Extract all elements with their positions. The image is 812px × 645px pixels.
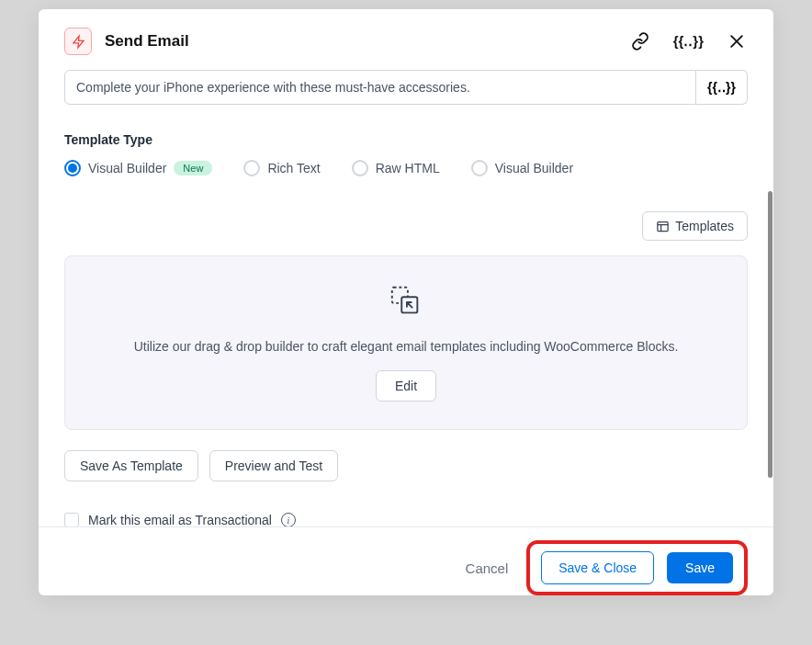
link-icon[interactable] xyxy=(629,30,651,52)
radio-raw-html[interactable]: Raw HTML xyxy=(352,160,440,176)
edit-button[interactable]: Edit xyxy=(376,370,436,402)
templates-row: Templates xyxy=(64,211,748,241)
transactional-checkbox[interactable] xyxy=(64,513,79,526)
radio-circle-icon xyxy=(243,160,260,176)
radio-circle-icon xyxy=(352,160,368,176)
subject-field-wrapper: {{‥}} xyxy=(64,70,748,105)
info-icon[interactable]: i xyxy=(281,513,296,526)
save-buttons-highlight: Save & Close Save xyxy=(526,540,748,595)
save-close-button[interactable]: Save & Close xyxy=(541,551,654,584)
modal-body: {{‥}} Template Type Visual Builder New R… xyxy=(39,70,773,526)
radio-rich-text[interactable]: Rich Text xyxy=(243,160,320,176)
close-icon[interactable] xyxy=(726,30,748,52)
template-type-radios: Visual Builder New Rich Text Raw HTML Vi… xyxy=(64,160,748,176)
subject-input[interactable] xyxy=(64,70,696,105)
save-as-template-button[interactable]: Save As Template xyxy=(64,450,198,481)
save-button[interactable]: Save xyxy=(667,552,733,583)
radio-visual-builder[interactable]: Visual Builder xyxy=(471,160,573,176)
lightning-icon xyxy=(64,28,92,55)
placeholder-icon[interactable]: {{‥}} xyxy=(671,31,705,51)
templates-button[interactable]: Templates xyxy=(642,211,748,241)
preview-test-button[interactable]: Preview and Test xyxy=(209,450,338,481)
editor-description: Utilize our drag & drop builder to craft… xyxy=(134,339,679,354)
insert-placeholder-button[interactable]: {{‥}} xyxy=(696,70,748,105)
transactional-checkbox-row: Mark this email as Transactional i xyxy=(64,513,748,526)
editor-area: Utilize our drag & drop builder to craft… xyxy=(64,255,748,430)
transactional-label: Mark this email as Transactional xyxy=(88,513,272,526)
radio-circle-icon xyxy=(64,160,81,176)
modal-title: Send Email xyxy=(105,32,189,51)
template-type-label: Template Type xyxy=(64,132,748,147)
modal-header: Send Email {{‥}} xyxy=(39,9,773,70)
send-email-modal: Send Email {{‥}} {{‥}} Template Type xyxy=(39,9,773,595)
drag-drop-icon xyxy=(389,284,423,322)
header-actions: {{‥}} xyxy=(629,30,748,52)
modal-footer: Cancel Save & Close Save xyxy=(39,526,773,595)
radio-visual-builder-new[interactable]: Visual Builder New xyxy=(64,160,212,176)
svg-rect-3 xyxy=(658,221,668,231)
svg-marker-0 xyxy=(73,36,83,48)
radio-circle-icon xyxy=(471,160,488,176)
action-buttons: Save As Template Preview and Test xyxy=(64,450,748,481)
scrollbar[interactable] xyxy=(768,191,773,478)
cancel-button[interactable]: Cancel xyxy=(466,560,509,576)
new-badge: New xyxy=(174,161,212,175)
